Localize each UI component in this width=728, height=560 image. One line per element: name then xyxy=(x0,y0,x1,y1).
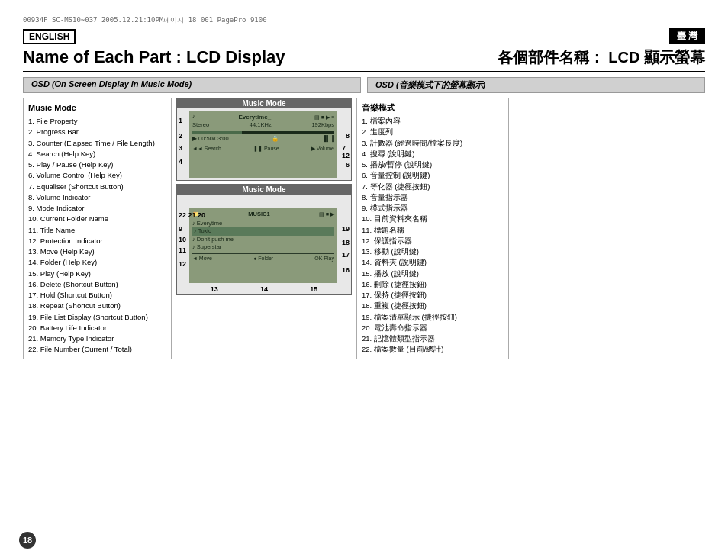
right-list-item-15: 15. 播放 (說明鍵) xyxy=(362,269,504,279)
lcd-top-icons: ▤ ■ ▶ ≡ xyxy=(314,114,334,121)
lcd-bot-header: Music Mode xyxy=(177,185,351,195)
num-15: 15 xyxy=(310,285,317,293)
lcd-pause: ❚❚ Pause xyxy=(253,145,279,153)
lcd-eq-bars: ▐▌▐ xyxy=(322,135,334,143)
left-list-items: 1. File Property2. Progress Bar3. Counte… xyxy=(28,116,166,356)
lcd-bot-icons: ▤ ■ ▶ xyxy=(319,211,334,218)
taiwan-badge: 臺 灣 xyxy=(669,28,705,44)
num-6: 6 xyxy=(346,161,350,169)
lcd-song4: ♪ Superstar xyxy=(192,243,221,252)
num-2: 2 xyxy=(179,132,182,140)
right-list-item-19: 19. 檔案清單顯示 (捷徑按鈕) xyxy=(362,312,504,323)
osd-right: OSD (音樂模式下的螢幕顯示) xyxy=(367,77,705,93)
right-list-item-2: 2. 進度列 xyxy=(362,127,504,137)
right-list-item-16: 16. 刪除 (捷徑按鈕) xyxy=(362,279,504,290)
right-list-item-4: 4. 搜尋 (說明鍵) xyxy=(362,149,504,159)
num-17: 17 xyxy=(342,251,350,259)
lcd-song3: ♪ Don't push me xyxy=(192,236,234,244)
osd-left: OSD (On Screen Display in Music Mode) xyxy=(23,77,361,93)
lcd-song1: ♪ Everytime xyxy=(192,220,222,228)
left-list-item-16: 16. Delete (Shortcut Button) xyxy=(28,279,166,290)
right-list-item-12: 12. 保護指示器 xyxy=(362,236,504,246)
right-list-item-3: 3. 計數器 (經過時間/檔案長度) xyxy=(362,138,504,149)
lcd-search: ◄◄ Search xyxy=(192,145,221,153)
lcd-bot-container: Music Mode 22 21 20 9 10 11 12 19 18 17 … xyxy=(176,184,352,295)
num-1: 1 xyxy=(179,117,182,124)
english-badge: ENGLISH xyxy=(23,29,76,44)
lcd-folder-btn: ● Folder xyxy=(253,256,273,261)
right-list-item-7: 7. 等化器 (捷徑按鈕) xyxy=(362,182,504,192)
left-list-item-11: 11. Title Name xyxy=(28,225,166,236)
left-list-item-3: 3. Counter (Elapsed Time / File Length) xyxy=(28,138,166,149)
lcd-top-header: Music Mode xyxy=(177,98,351,108)
lcd-progress-fill xyxy=(192,131,242,134)
lcd-top-container: Music Mode 1 2 3 4 8 712 6 ♪ Everytime_ … xyxy=(176,98,352,181)
left-list-item-13: 13. Move (Help Key) xyxy=(28,246,166,257)
osd-row: OSD (On Screen Display in Music Mode) OS… xyxy=(23,77,705,93)
lcd-play: OK Play xyxy=(314,256,334,261)
left-list-item-22: 22. File Number (Current / Total) xyxy=(28,344,166,355)
right-list-item-9: 9. 模式指示器 xyxy=(362,203,504,214)
file-header: 00934F SC-MS10~037 2005.12.21:10PM페이지 18… xyxy=(23,15,705,25)
right-list-item-21: 21. 記憶體類型指示器 xyxy=(362,333,504,344)
page: 00934F SC-MS10~037 2005.12.21:10PM페이지 18… xyxy=(0,0,728,560)
lcd-note: ♪ xyxy=(192,113,195,121)
right-list-items: 1. 檔案內容2. 進度列3. 計數器 (經過時間/檔案長度)4. 搜尋 (說明… xyxy=(362,116,504,356)
lcd-bot-line-3: ♪ Toxic xyxy=(192,227,334,236)
right-list-item-6: 6. 音量控制 (說明鍵) xyxy=(362,170,504,181)
lcd-line-1: ♪ Everytime_ ▤ ■ ▶ ≡ xyxy=(192,113,334,121)
num-22: 22 21 20 xyxy=(179,211,205,219)
left-list: Music Mode 1. File Property2. Progress B… xyxy=(23,98,172,359)
left-list-item-7: 7. Equaliser (Shortcut Button) xyxy=(28,182,166,192)
left-list-item-19: 19. File List Display (Shortcut Button) xyxy=(28,312,166,323)
content-area: Music Mode 1. File Property2. Progress B… xyxy=(23,98,705,359)
num-9: 9 xyxy=(179,225,182,233)
left-list-item-8: 8. Volume Indicator xyxy=(28,192,166,203)
main-title-zh: 各個部件名稱： LCD 顯示螢幕 xyxy=(498,47,705,68)
num-11: 11 xyxy=(179,246,186,254)
lcd-move: ◄ Move xyxy=(192,256,212,261)
right-list-item-1: 1. 檔案內容 xyxy=(362,116,504,127)
lcd-song2: ♪ Toxic xyxy=(194,227,211,236)
num-12: 12 xyxy=(179,260,186,268)
lcd-time: ▶ 00:50/03:00 xyxy=(192,135,229,143)
right-list: 音樂模式 1. 檔案內容2. 進度列3. 計數器 (經過時間/檔案長度)4. 搜… xyxy=(356,98,509,359)
left-list-item-4: 4. Search (Help Key) xyxy=(28,149,166,159)
left-list-item-18: 18. Repeat (Shortcut Button) xyxy=(28,301,166,311)
right-list-header: 音樂模式 xyxy=(362,101,504,114)
lcd-bot-line-2: ♪ Everytime xyxy=(192,220,334,228)
left-list-header: Music Mode xyxy=(28,101,166,114)
lcd-freq: 44.1KHz xyxy=(250,121,272,130)
lcd-stereo: Stereo xyxy=(192,121,209,130)
lcd-bot-screen: 📁 MUSIC1 ▤ ■ ▶ ♪ Everytime ♪ Toxic ♪ Don… xyxy=(189,208,337,283)
num-7: 712 xyxy=(342,144,350,159)
main-title-row: Name of Each Part : LCD Display 各個部件名稱： … xyxy=(23,47,705,72)
lcd-line-4: ◄◄ Search ❚❚ Pause ▶ Volume xyxy=(192,145,334,153)
left-list-item-12: 12. Protection Indicator xyxy=(28,236,166,246)
right-list-item-5: 5. 播放/暫停 (說明鍵) xyxy=(362,159,504,170)
left-list-item-20: 20. Battery Life Indicator xyxy=(28,323,166,333)
num-10: 10 xyxy=(179,236,186,243)
num-13: 13 xyxy=(211,285,218,293)
left-list-item-9: 9. Mode Indicator xyxy=(28,203,166,214)
lcd-song-title: Everytime_ xyxy=(238,113,271,121)
right-list-item-17: 17. 保持 (捷徑按鈕) xyxy=(362,290,504,301)
main-title-en: Name of Each Part : LCD Display xyxy=(23,47,285,67)
left-list-item-15: 15. Play (Help Key) xyxy=(28,269,166,279)
left-list-item-6: 6. Volume Control (Help Key) xyxy=(28,170,166,181)
lcd-volume: ▶ Volume xyxy=(311,145,334,153)
left-list-item-10: 10. Current Folder Name xyxy=(28,214,166,224)
right-list-item-14: 14. 資料夾 (說明鍵) xyxy=(362,257,504,268)
lcd-folder-name: MUSIC1 xyxy=(248,211,269,219)
num-8: 8 xyxy=(346,132,350,140)
num-3: 3 xyxy=(179,144,182,152)
left-list-item-2: 2. Progress Bar xyxy=(28,127,166,137)
num-4: 4 xyxy=(179,158,182,166)
right-list-item-18: 18. 重複 (捷徑按鈕) xyxy=(362,301,504,311)
num-18: 18 xyxy=(342,239,350,246)
left-list-item-21: 21. Memory Type Indicator xyxy=(28,333,166,344)
middle-col: Music Mode 1 2 3 4 8 712 6 ♪ Everytime_ … xyxy=(176,98,352,359)
num-19: 19 xyxy=(342,225,350,233)
lcd-progress-bar xyxy=(192,131,334,134)
num-14: 14 xyxy=(260,285,268,293)
